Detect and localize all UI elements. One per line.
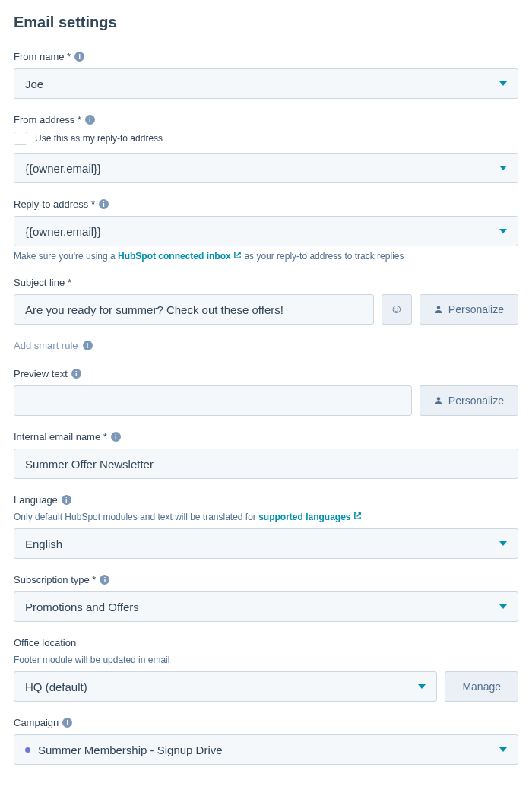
subject-label: Subject line * <box>14 277 518 288</box>
info-icon[interactable]: i <box>62 718 72 728</box>
chevron-down-icon <box>499 604 507 609</box>
chevron-down-icon <box>499 229 507 233</box>
checkbox-label: Use this as my reply-to address <box>35 133 163 144</box>
info-icon[interactable]: i <box>83 341 93 350</box>
helper-suffix: as your reply-to address to track replie… <box>242 251 404 262</box>
subject-input[interactable] <box>14 294 374 325</box>
info-icon[interactable]: i <box>99 199 109 209</box>
from-name-label: From name * i <box>14 51 518 62</box>
button-label: Manage <box>462 680 501 693</box>
manage-button[interactable]: Manage <box>445 671 518 702</box>
reply-to-select[interactable]: {{owner.email}} <box>14 216 518 246</box>
label-text: Subscription type * <box>14 574 96 585</box>
from-address-label: From address * i <box>14 114 518 125</box>
label-text: Preview text <box>14 368 68 379</box>
helper-prefix: Only default HubSpot modules and text wi… <box>14 512 258 522</box>
button-label: Personalize <box>448 395 504 407</box>
office-field: Office location Footer module will be up… <box>14 637 518 702</box>
campaign-status-dot-icon <box>25 747 30 753</box>
helper-prefix: Make sure you're using a <box>14 251 118 262</box>
from-address-select[interactable]: {{owner.email}} <box>14 153 518 183</box>
reply-to-label: Reply-to address * i <box>14 198 518 210</box>
chevron-down-icon <box>499 541 507 546</box>
link-text: HubSpot connected inbox <box>118 251 231 262</box>
internal-name-field: Internal email name * i <box>14 431 518 479</box>
from-address-field: From address * i Use this as my reply-to… <box>14 114 518 183</box>
preview-text-field: Preview text i Personalize <box>14 368 518 416</box>
person-icon <box>434 305 443 314</box>
subscription-field: Subscription type * i Promotions and Off… <box>14 574 518 622</box>
reply-to-helper: Make sure you're using a HubSpot connect… <box>14 251 518 262</box>
svg-point-1 <box>437 397 440 400</box>
select-value: Promotions and Offers <box>25 601 499 614</box>
from-name-field: From name * i Joe <box>14 51 518 99</box>
language-select[interactable]: English <box>14 528 518 559</box>
language-field: Language i Only default HubSpot modules … <box>14 494 518 559</box>
from-name-select[interactable]: Joe <box>14 68 518 99</box>
subscription-select[interactable]: Promotions and Offers <box>14 591 518 622</box>
link-text: supported languages <box>258 512 350 522</box>
label-text: Internal email name * <box>14 431 107 442</box>
select-value: HQ (default) <box>25 680 418 693</box>
select-value: Summer Membership - Signup Drive <box>38 744 223 756</box>
supported-languages-link[interactable]: supported languages <box>258 512 362 522</box>
reply-to-checkbox[interactable] <box>14 132 27 145</box>
chevron-down-icon <box>499 747 507 752</box>
label-text: Reply-to address * <box>14 198 95 210</box>
svg-point-0 <box>437 306 440 309</box>
label-text: Office location <box>14 637 76 649</box>
info-icon[interactable]: i <box>100 575 109 585</box>
personalize-preview-button[interactable]: Personalize <box>420 385 518 416</box>
preview-text-input[interactable] <box>14 385 412 416</box>
info-icon[interactable]: i <box>62 495 71 505</box>
label-text: Language <box>14 494 58 506</box>
label-text: Subject line * <box>14 277 71 288</box>
preview-text-label: Preview text i <box>14 368 518 379</box>
page-title: Email settings <box>14 14 518 31</box>
chevron-down-icon <box>499 166 507 170</box>
internal-name-label: Internal email name * i <box>14 431 518 442</box>
subject-field: Subject line * ☺ Personalize <box>14 277 518 325</box>
label-text: From address * <box>14 114 81 125</box>
language-label: Language i <box>14 494 518 506</box>
connected-inbox-link[interactable]: HubSpot connected inbox <box>118 251 242 262</box>
person-icon <box>434 396 443 405</box>
office-helper: Footer module will be updated in email <box>14 655 518 665</box>
language-helper: Only default HubSpot modules and text wi… <box>14 512 518 522</box>
reply-to-field: Reply-to address * i {{owner.email}} Mak… <box>14 198 518 262</box>
info-icon[interactable]: i <box>111 432 121 442</box>
internal-name-input[interactable] <box>14 449 518 479</box>
button-label: Personalize <box>448 303 504 316</box>
campaign-field: Campaign i Summer Membership - Signup Dr… <box>14 717 518 765</box>
reply-to-checkbox-row: Use this as my reply-to address <box>14 132 518 145</box>
select-value: English <box>25 538 499 550</box>
chevron-down-icon <box>499 81 507 86</box>
personalize-subject-button[interactable]: Personalize <box>420 294 518 325</box>
office-select[interactable]: HQ (default) <box>14 671 437 702</box>
add-smart-rule-link[interactable]: Add smart rule i <box>14 340 518 351</box>
select-value: {{owner.email}} <box>25 162 499 175</box>
campaign-select[interactable]: Summer Membership - Signup Drive <box>14 734 518 765</box>
external-link-icon <box>233 251 242 259</box>
info-icon[interactable]: i <box>74 52 84 62</box>
external-link-icon <box>353 512 362 520</box>
subscription-label: Subscription type * i <box>14 574 518 585</box>
info-icon[interactable]: i <box>71 369 81 379</box>
chevron-down-icon <box>418 684 426 689</box>
select-value: {{owner.email}} <box>25 225 499 238</box>
info-icon[interactable]: i <box>85 115 95 125</box>
label-text: From name * <box>14 51 71 62</box>
link-text: Add smart rule <box>14 340 78 351</box>
office-label: Office location <box>14 637 518 649</box>
select-value: Joe <box>25 78 499 90</box>
campaign-label: Campaign i <box>14 717 518 728</box>
label-text: Campaign <box>14 717 59 728</box>
emoji-button[interactable]: ☺ <box>382 294 412 325</box>
emoji-icon: ☺ <box>390 302 403 317</box>
